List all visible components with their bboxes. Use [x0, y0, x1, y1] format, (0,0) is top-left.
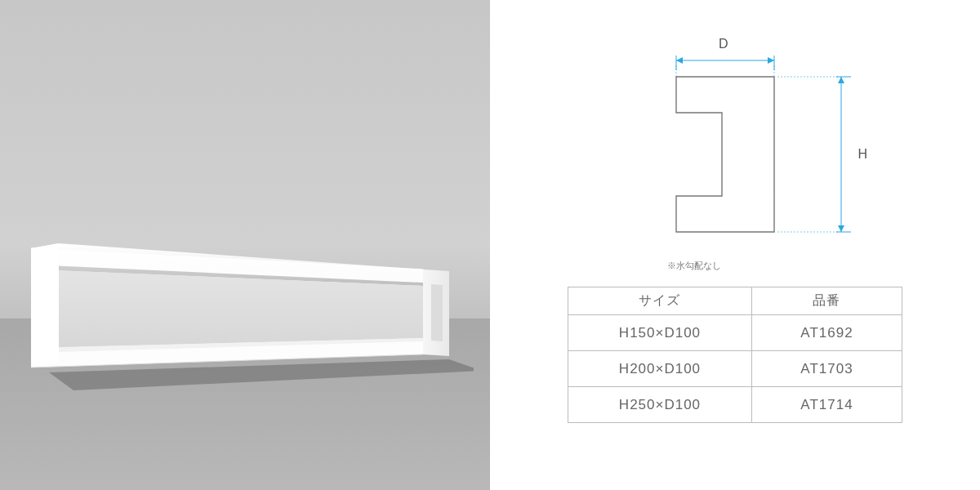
drainage-note: ※水勾配なし [667, 260, 803, 272]
svg-marker-20 [838, 77, 844, 83]
table-header-row: サイズ 品番 [568, 287, 902, 315]
svg-marker-21 [838, 225, 844, 232]
c-channel-beam [24, 237, 474, 392]
svg-marker-14 [768, 57, 774, 64]
cell-code: AT1692 [751, 315, 902, 351]
svg-marker-7 [31, 243, 59, 368]
header-code: 品番 [751, 287, 902, 315]
size-table: サイズ 品番 H150×D100 AT1692 H200×D100 AT1703… [568, 287, 902, 423]
table-row: H250×D100 AT1714 [568, 387, 902, 423]
dimension-label-h: H [858, 147, 867, 162]
table-row: H200×D100 AT1703 [568, 351, 902, 387]
cell-size: H250×D100 [568, 387, 752, 423]
svg-marker-13 [676, 57, 683, 64]
cross-section-diagram: D H [596, 41, 874, 253]
table-row: H150×D100 AT1692 [568, 315, 902, 351]
cell-size: H150×D100 [568, 315, 752, 351]
dimension-label-d: D [719, 37, 728, 51]
product-render [0, 0, 490, 490]
header-size: サイズ [568, 287, 752, 315]
cell-size: H200×D100 [568, 351, 752, 387]
cell-code: AT1714 [751, 387, 902, 423]
spec-panel: D H ※水勾配なし サイズ 品 [490, 0, 980, 490]
cell-code: AT1703 [751, 351, 902, 387]
